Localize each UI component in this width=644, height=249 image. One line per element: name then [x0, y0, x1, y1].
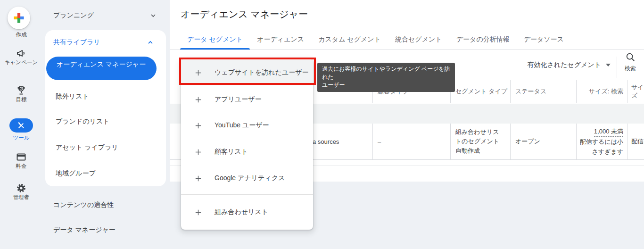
nav-section-data-manager[interactable]: データ マネージャー [53, 226, 116, 234]
gear-icon [16, 183, 27, 194]
tools-active-pill [9, 118, 33, 133]
highlight-box [179, 58, 316, 85]
active-tab-underline [180, 48, 250, 50]
rail-item-campaigns[interactable]: キャンペーン [0, 48, 42, 66]
nav-panel: プランニング 共有ライブラリ オーディエンス マネージャー 除外リスト ブランド… [42, 0, 170, 249]
plus-icon [194, 208, 202, 216]
trophy-icon [16, 85, 27, 96]
tab-combined-segments[interactable]: 統合セグメント [388, 29, 449, 50]
tools-icon [17, 121, 25, 130]
column-header-size-search[interactable]: サイズ: 検索 [576, 80, 627, 103]
size-value-link[interactable]: 1,000 未満 [594, 126, 623, 137]
rail-item-goals[interactable]: 目標 [0, 85, 42, 103]
toolbar-divider [617, 57, 617, 78]
megaphone-icon [16, 48, 27, 59]
cell-segment-type: 組み合わせリストのセグメント 自動作成 [450, 124, 510, 159]
search-icon [625, 52, 636, 62]
menu-item-youtube-users[interactable]: YouTube ユーザー [181, 112, 313, 139]
nav-section-shared-library[interactable]: 共有ライブラリ [53, 38, 154, 47]
card-icon [16, 151, 27, 163]
rail-item-admin[interactable]: 管理者 [0, 183, 42, 201]
tab-custom-segments[interactable]: カスタム セグメント [311, 29, 388, 50]
rail-item-tools[interactable]: ツール [0, 118, 42, 141]
menu-item-app-users[interactable]: アプリユーザー [181, 86, 313, 113]
tab-bar: データ セグメント オーディエンス カスタム セグメント 統合セグメント データ… [170, 29, 644, 50]
nav-item-brand-lists[interactable]: ブランドのリスト [56, 117, 110, 126]
chevron-up-icon [147, 39, 154, 46]
create-label: 作成 [0, 31, 42, 38]
plus-icon [194, 148, 202, 156]
tooltip: 過去にお客様のサイトやランディング ページを訪れた ユーザー [317, 63, 455, 92]
tab-data-segments[interactable]: データ セグメント [180, 29, 250, 50]
segment-filter-dropdown[interactable]: 有効化されたセグメント [527, 61, 611, 69]
tab-audiences[interactable]: オーディエンス [250, 29, 311, 50]
nav-section-planning[interactable]: プランニング [53, 11, 157, 20]
menu-item-combined-list[interactable]: 組み合わせリスト [181, 199, 313, 225]
column-header-size-next[interactable]: サイズ [627, 80, 644, 103]
menu-item-google-analytics[interactable]: Google アナリティクス [181, 165, 313, 191]
cell-status: オープン [510, 124, 576, 159]
menu-divider [181, 194, 313, 195]
plus-icon [194, 122, 202, 130]
cell-size-search: 1,000 未満 配信するには小さすぎます [576, 124, 627, 159]
plus-icon [194, 174, 202, 183]
plus-icon [194, 96, 202, 104]
size-note: 配信するには小さすぎます [577, 137, 623, 157]
app-canvas: オーディエンス マネージャー データ セグメント オーディエンス カスタム セグ… [0, 0, 644, 249]
chevron-down-icon [150, 12, 157, 19]
nav-item-asset-library[interactable]: アセット ライブラリ [56, 143, 118, 152]
nav-section-content-suitability[interactable]: コンテンツの適合性 [53, 201, 114, 209]
column-header-status[interactable]: ステータス [510, 80, 576, 103]
menu-item-customer-list[interactable]: 顧客リスト [181, 139, 313, 165]
icon-rail: 作成 キャンペーン 目標 [0, 0, 42, 249]
rail-item-billing[interactable]: 料金 [0, 151, 42, 170]
search-button[interactable]: 検索 [619, 52, 642, 73]
create-button[interactable] [8, 7, 30, 29]
google-plus-icon [12, 11, 26, 25]
search-label: 検索 [619, 65, 642, 73]
dropdown-caret-icon [606, 64, 611, 66]
nav-item-exclusion-lists[interactable]: 除外リスト [56, 92, 89, 101]
page-title: オーディエンス マネージャー [181, 8, 308, 21]
column-header-segment-type[interactable]: セグメント タイプ [450, 80, 510, 103]
tab-data-sources[interactable]: データソース [517, 29, 571, 50]
nav-item-audience-manager[interactable]: オーディエンス マネージャー [46, 57, 157, 80]
nav-item-location-groups[interactable]: 地域グループ [56, 169, 96, 178]
shared-library-card: 共有ライブラリ オーディエンス マネージャー 除外リスト ブランドのリスト アセ… [45, 30, 166, 186]
cell-size-next: 配信 [627, 124, 644, 159]
tab-data-insights[interactable]: データの分析情報 [449, 29, 517, 50]
cell-customer-type: – [372, 124, 450, 159]
